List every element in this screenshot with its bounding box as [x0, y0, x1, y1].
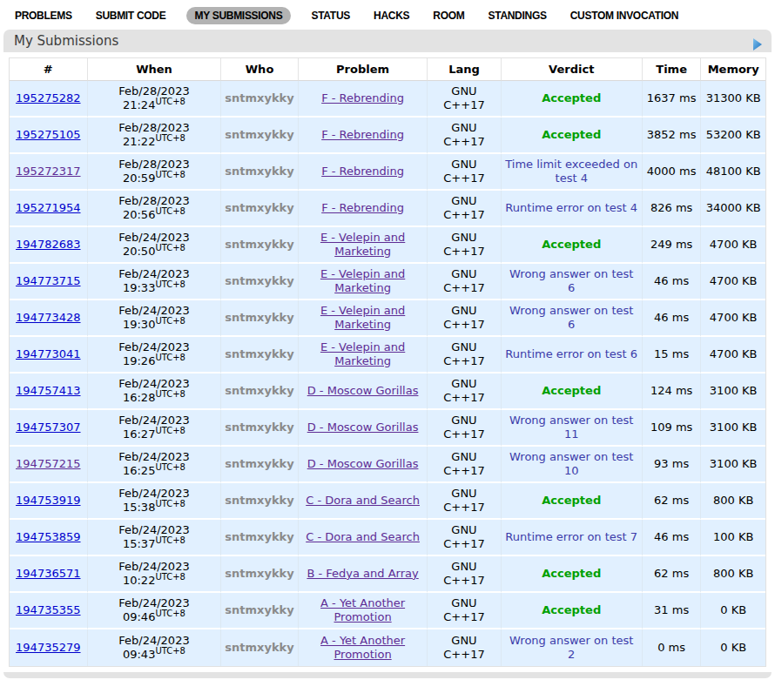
- user-link[interactable]: sntmxykky: [225, 457, 293, 470]
- problem-link[interactable]: A - Yet Another Promotion: [320, 596, 405, 623]
- lang-line: C++17: [431, 281, 496, 295]
- user-link[interactable]: sntmxykky: [225, 421, 293, 434]
- user-link[interactable]: sntmxykky: [225, 311, 293, 324]
- lang-cell: GNUC++17: [428, 483, 501, 520]
- user-link[interactable]: sntmxykky: [225, 567, 293, 580]
- timezone-label: UTC+8: [155, 206, 185, 216]
- problem-link[interactable]: E - Velepin and Marketing: [320, 267, 405, 294]
- submission-id-link[interactable]: 194773428: [16, 311, 80, 324]
- submission-id-link[interactable]: 194753919: [16, 494, 80, 507]
- problem-link[interactable]: D - Moscow Gorillas: [307, 384, 419, 397]
- table-row: 194735355Feb/24/202309:46UTC+8sntmxykkyA…: [10, 593, 765, 629]
- user-link[interactable]: sntmxykky: [225, 347, 293, 360]
- table-row: 194753919Feb/24/202315:38UTC+8sntmxykkyC…: [10, 483, 765, 520]
- table-header-row: # When Who Problem Lang Verdict Time Mem…: [10, 58, 765, 81]
- nav-problems[interactable]: Problems: [11, 7, 76, 24]
- lang-line: C++17: [431, 464, 496, 478]
- who-cell: sntmxykky: [221, 300, 298, 337]
- problem-cell: D - Moscow Gorillas: [299, 447, 428, 483]
- submission-date: Feb/24/2023: [91, 414, 218, 427]
- who-cell: sntmxykky: [221, 520, 298, 556]
- lang-line: GNU: [431, 267, 496, 281]
- problem-link[interactable]: F - Rebrending: [321, 91, 404, 104]
- submission-id-cell: 194757215: [10, 447, 88, 483]
- submission-id-link[interactable]: 194735355: [16, 603, 80, 616]
- nav-status[interactable]: Status: [308, 7, 354, 24]
- submission-time: 20:50UTC+8: [91, 245, 218, 259]
- who-cell: sntmxykky: [221, 337, 298, 374]
- nav-room[interactable]: Room: [429, 7, 468, 24]
- who-cell: sntmxykky: [221, 154, 298, 191]
- problem-link[interactable]: C - Dora and Search: [306, 494, 420, 507]
- user-link[interactable]: sntmxykky: [225, 238, 293, 251]
- lang-line: GNU: [431, 84, 496, 98]
- problem-link[interactable]: F - Rebrending: [321, 128, 404, 141]
- nav-standings[interactable]: Standings: [485, 7, 550, 24]
- problem-link[interactable]: A - Yet Another Promotion: [320, 634, 405, 661]
- exec-time-cell: 62 ms: [643, 483, 701, 520]
- problem-link[interactable]: E - Velepin and Marketing: [320, 340, 405, 367]
- submission-id-link[interactable]: 194757307: [16, 421, 80, 434]
- play-arrow-icon[interactable]: [752, 35, 763, 47]
- submission-id-link[interactable]: 195275105: [16, 128, 80, 141]
- user-link[interactable]: sntmxykky: [225, 128, 293, 141]
- memory-cell: 0 KB: [701, 593, 765, 629]
- nav-hacks[interactable]: Hacks: [370, 7, 413, 24]
- user-link[interactable]: sntmxykky: [225, 165, 293, 178]
- submission-id-link[interactable]: 195272317: [16, 165, 80, 178]
- verdict-text: Wrong answer on test 6: [509, 267, 633, 294]
- user-link[interactable]: sntmxykky: [225, 641, 293, 654]
- problem-link[interactable]: F - Rebrending: [321, 165, 404, 178]
- submission-id-link[interactable]: 194773715: [16, 274, 80, 287]
- problem-link[interactable]: E - Velepin and Marketing: [320, 304, 405, 331]
- who-cell: sntmxykky: [221, 483, 298, 520]
- submission-time: 15:38UTC+8: [91, 501, 218, 515]
- verdict-cell: Wrong answer on test 10: [502, 447, 643, 483]
- who-cell: sntmxykky: [221, 81, 298, 118]
- problem-link[interactable]: E - Velepin and Marketing: [320, 231, 405, 258]
- user-link[interactable]: sntmxykky: [225, 274, 293, 287]
- nav-custom-invocation[interactable]: Custom Invocation: [567, 7, 682, 24]
- submission-id-link[interactable]: 195275282: [16, 91, 80, 104]
- submission-id-link[interactable]: 194773041: [16, 347, 80, 360]
- exec-time-cell: 31 ms: [643, 593, 701, 629]
- user-link[interactable]: sntmxykky: [225, 201, 293, 214]
- submission-id-link[interactable]: 194735279: [16, 641, 80, 654]
- nav-my-submissions[interactable]: My Submissions: [186, 7, 292, 24]
- user-link[interactable]: sntmxykky: [225, 91, 293, 104]
- submission-time: 20:56UTC+8: [91, 208, 218, 222]
- submission-id-link[interactable]: 194753859: [16, 530, 80, 543]
- table-row: 194757215Feb/24/202316:25UTC+8sntmxykkyD…: [10, 447, 765, 483]
- problem-link[interactable]: C - Dora and Search: [306, 530, 420, 543]
- timezone-label: UTC+8: [155, 243, 185, 252]
- table-row: 195275105Feb/28/202321:22UTC+8sntmxykkyF…: [10, 118, 765, 154]
- submission-id-link[interactable]: 194782683: [16, 238, 80, 251]
- problem-cell: E - Velepin and Marketing: [299, 337, 428, 374]
- problem-link[interactable]: D - Moscow Gorillas: [307, 421, 419, 434]
- problem-link[interactable]: F - Rebrending: [321, 201, 404, 214]
- verdict-text: Accepted: [542, 91, 601, 104]
- memory-cell: 34000 KB: [701, 191, 765, 227]
- submission-id-link[interactable]: 194757413: [16, 384, 80, 397]
- memory-cell: 4700 KB: [701, 300, 765, 337]
- table-row: 194757413Feb/24/202316:28UTC+8sntmxykkyD…: [10, 374, 765, 410]
- submission-date: Feb/28/2023: [91, 158, 218, 172]
- user-link[interactable]: sntmxykky: [225, 384, 293, 397]
- submission-id-link[interactable]: 194736571: [16, 567, 80, 580]
- nav-submit-code[interactable]: Submit Code: [92, 7, 170, 24]
- who-cell: sntmxykky: [221, 264, 298, 300]
- submission-id-link[interactable]: 194757215: [16, 457, 80, 470]
- verdict-cell: Accepted: [502, 593, 643, 629]
- user-link[interactable]: sntmxykky: [225, 494, 293, 507]
- submission-id-link[interactable]: 195271954: [16, 201, 80, 214]
- lang-line: C++17: [431, 501, 496, 515]
- user-link[interactable]: sntmxykky: [225, 530, 293, 543]
- problem-cell: F - Rebrending: [299, 154, 428, 191]
- submission-date: Feb/24/2023: [91, 450, 218, 464]
- col-header-problem: Problem: [299, 58, 428, 81]
- lang-cell: GNUC++17: [428, 593, 501, 629]
- problem-link[interactable]: B - Fedya and Array: [307, 567, 418, 580]
- lang-line: C++17: [431, 354, 496, 368]
- user-link[interactable]: sntmxykky: [225, 603, 293, 616]
- problem-link[interactable]: D - Moscow Gorillas: [307, 457, 419, 470]
